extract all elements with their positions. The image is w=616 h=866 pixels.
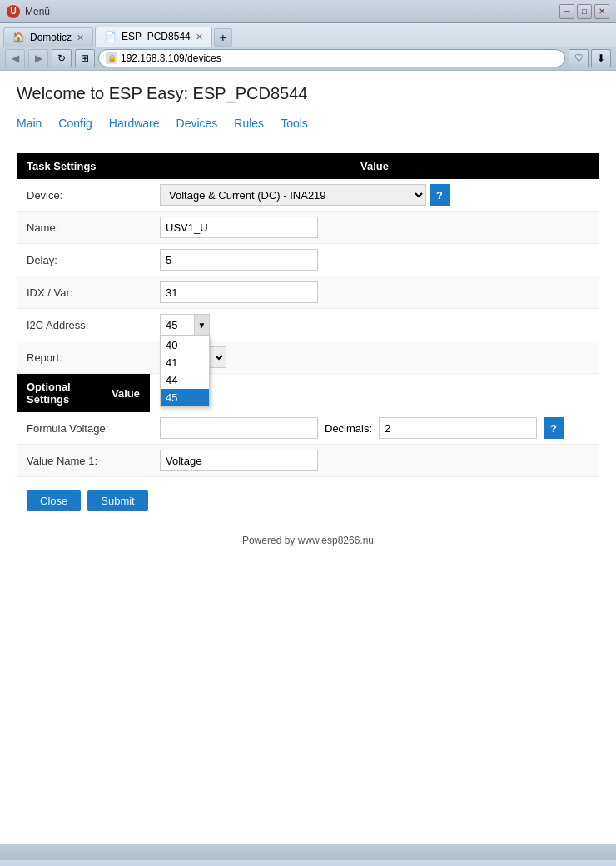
i2c-option-45[interactable]: 45 [161,389,209,406]
delay-value-cell [150,244,599,276]
idx-input[interactable] [160,281,318,303]
i2c-select-display[interactable]: 45 ▼ [160,314,210,336]
title-bar: U Menü ─ □ ✕ [0,0,616,23]
i2c-row: I2C Address: 45 ▼ 40 41 44 45 [17,309,599,341]
name-value-cell [150,212,599,244]
value-name-row: Value Name 1: [17,445,599,477]
i2c-option-40[interactable]: 40 [161,336,209,354]
nav-devices[interactable]: Devices [176,117,218,130]
window-title: Menü [25,6,554,17]
device-value-cell: Voltage & Current (DC) - INA219 ? [150,179,599,212]
formula-input[interactable] [160,417,318,439]
report-label: Report: [17,341,150,374]
tab-esp[interactable]: 📄 ESP_PCD8544 ✕ [95,27,212,47]
toolbar-right: ♡ ⬇ [569,49,611,67]
decimals-label: Decimals: [325,422,372,435]
back-button[interactable]: ◀ [5,49,25,67]
delay-label: Delay: [17,244,150,276]
browser-toolbar: ◀ ▶ ↻ ⊞ 🔒 ♡ ⬇ [0,47,616,70]
value-name-cell [150,445,599,477]
i2c-option-41[interactable]: 41 [161,354,209,371]
device-help-button[interactable]: ? [430,184,450,206]
maximize-button[interactable]: □ [577,4,592,19]
task-settings-table: Task Settings Value Device: Voltage & Cu… [17,153,599,477]
optional-settings-header-col1: Optional Settings [17,374,102,412]
i2c-option-44[interactable]: 44 [161,371,209,389]
nav-tools[interactable]: Tools [281,117,308,130]
tab-esp-close[interactable]: ✕ [196,32,203,42]
action-buttons: Close Submit [17,477,599,525]
forward-button[interactable]: ▶ [28,49,48,67]
nav-rules[interactable]: Rules [234,117,264,130]
idx-label: IDX / Var: [17,276,150,309]
home-button[interactable]: ⊞ [75,49,95,67]
formula-label: Formula Voltage: [17,412,150,445]
value-name-label: Value Name 1: [17,445,150,477]
download-button[interactable]: ⬇ [591,49,611,67]
tab-domoticz-icon: 🏠 [12,32,25,43]
powered-by: Powered by www.esp8266.nu [17,525,599,556]
tab-esp-icon: 📄 [104,31,117,42]
delay-input[interactable] [160,249,318,271]
nav-hardware[interactable]: Hardware [109,117,160,130]
decimals-help-button[interactable]: ? [544,417,564,439]
delay-row: Delay: [17,244,599,276]
decimals-input[interactable] [379,417,537,439]
idx-value-cell [150,276,599,309]
device-row: Device: Voltage & Current (DC) - INA219 … [17,179,599,212]
submit-button[interactable]: Submit [87,490,147,511]
formula-value-cell: Decimals: ? [150,412,599,445]
name-input[interactable] [160,216,318,238]
name-row: Name: [17,212,599,244]
i2c-label: I2C Address: [17,309,150,341]
browser-chrome: 🏠 Domoticz ✕ 📄 ESP_PCD8544 ✕ + ◀ ▶ ↻ ⊞ 🔒… [0,23,616,71]
tab-domoticz-close[interactable]: ✕ [77,32,84,43]
page-title: Welcome to ESP Easy: ESP_PCD8544 [17,84,599,103]
device-label: Device: [17,179,150,212]
report-row: Report: Average [17,341,599,374]
device-select[interactable]: Voltage & Current (DC) - INA219 [160,184,426,206]
task-settings-header-col2: Value [150,153,599,179]
window-controls: ─ □ ✕ [559,4,609,19]
i2c-select-wrap: 45 ▼ 40 41 44 45 [160,314,210,336]
tab-domoticz-label: Domoticz [30,32,72,43]
report-value-cell: Average [150,341,599,374]
close-button[interactable]: Close [27,490,81,511]
reload-button[interactable]: ↻ [52,49,72,67]
new-tab-button[interactable]: + [214,28,232,47]
url-icon: 🔒 [106,52,117,64]
optional-settings-header-col2: Value [102,374,150,412]
page-content: Welcome to ESP Easy: ESP_PCD8544 Main Co… [0,71,616,844]
formula-row: Formula Voltage: Decimals: ? [17,412,599,445]
address-bar[interactable]: 🔒 [98,49,565,67]
minimize-button[interactable]: ─ [559,4,574,19]
status-bar [0,844,616,860]
value-name-input[interactable] [160,450,318,471]
tabs-row: 🏠 Domoticz ✕ 📄 ESP_PCD8544 ✕ + [0,23,616,47]
nav-main[interactable]: Main [17,117,42,130]
window-icon: U [7,5,20,18]
i2c-dropdown-arrow[interactable]: ▼ [194,315,209,335]
close-button[interactable]: ✕ [594,4,609,19]
bookmark-button[interactable]: ♡ [569,49,589,67]
i2c-dropdown: 40 41 44 45 [160,336,210,407]
name-label: Name: [17,212,150,244]
device-select-wrap: Voltage & Current (DC) - INA219 ? [160,184,589,206]
i2c-value-cell: 45 ▼ 40 41 44 45 [150,309,599,341]
nav-config[interactable]: Config [58,117,92,130]
i2c-current-value: 45 [161,316,194,334]
tab-domoticz[interactable]: 🏠 Domoticz ✕ [3,27,93,47]
address-input[interactable] [121,52,558,64]
idx-row: IDX / Var: [17,276,599,309]
tab-esp-label: ESP_PCD8544 [122,31,191,42]
nav-links: Main Config Hardware Devices Rules Tools [17,117,599,137]
task-settings-header-col1: Task Settings [17,153,150,179]
